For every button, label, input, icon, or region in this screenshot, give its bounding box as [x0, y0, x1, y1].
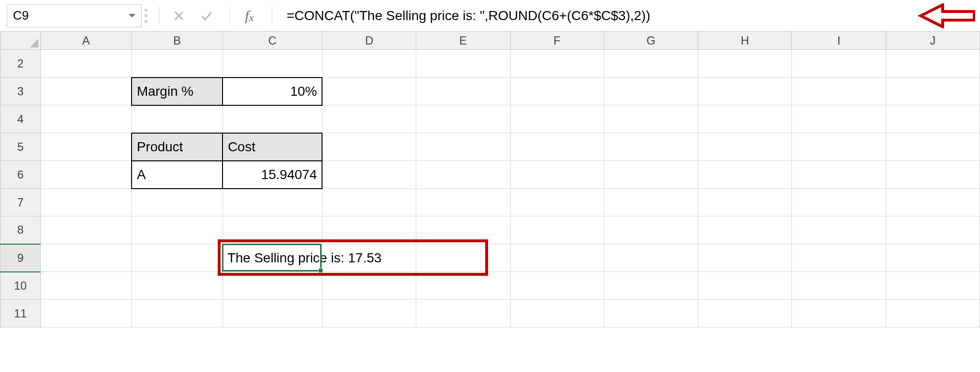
cell-A5[interactable] [41, 133, 132, 161]
cell-B8[interactable] [132, 216, 223, 244]
cell-C11[interactable] [223, 300, 322, 327]
cell-J3[interactable] [886, 78, 980, 105]
cell-D4[interactable] [322, 105, 416, 133]
col-header-F[interactable]: F [510, 32, 604, 50]
cell-J8[interactable] [886, 216, 980, 244]
cell-I4[interactable] [792, 105, 886, 133]
cell-A11[interactable] [41, 300, 132, 327]
cell-A2[interactable] [41, 50, 132, 78]
cell-C4[interactable] [223, 105, 322, 133]
cell-J7[interactable] [886, 189, 980, 216]
cell-G6[interactable] [604, 161, 698, 189]
cell-C8[interactable] [223, 216, 322, 244]
cell-B2[interactable] [132, 50, 223, 78]
cell-I6[interactable] [792, 161, 886, 189]
cell-E11[interactable] [416, 300, 510, 327]
col-header-G[interactable]: G [604, 32, 698, 50]
cell-H10[interactable] [698, 272, 792, 300]
cell-D8[interactable] [322, 216, 416, 244]
row-header-11[interactable]: 11 [0, 300, 41, 327]
cell-J4[interactable] [886, 105, 980, 133]
col-header-E[interactable]: E [416, 32, 510, 50]
cell-B4[interactable] [132, 105, 223, 133]
cell-B3[interactable]: Margin % [132, 78, 223, 105]
cell-J11[interactable] [886, 300, 980, 327]
cell-B11[interactable] [132, 300, 223, 327]
row-header-5[interactable]: 5 [0, 133, 41, 161]
cell-D10[interactable] [322, 272, 416, 300]
cell-I2[interactable] [792, 50, 886, 78]
row-header-8[interactable]: 8 [0, 216, 41, 244]
cell-D2[interactable] [322, 50, 416, 78]
cell-E10[interactable] [416, 272, 510, 300]
cell-A6[interactable] [41, 161, 132, 189]
col-header-B[interactable]: B [132, 32, 223, 50]
row-header-9[interactable]: 9 [0, 244, 41, 272]
cell-F11[interactable] [510, 300, 604, 327]
formula-input[interactable]: =CONCAT("The Selling price is: ",ROUND(C… [278, 4, 913, 27]
cell-J5[interactable] [886, 133, 980, 161]
cell-A10[interactable] [41, 272, 132, 300]
cell-D11[interactable] [322, 300, 416, 327]
cell-F9[interactable] [510, 244, 604, 272]
cell-A4[interactable] [41, 105, 132, 133]
row-header-10[interactable]: 10 [0, 272, 41, 300]
name-box-dropdown-icon[interactable] [129, 14, 135, 18]
cell-B7[interactable] [132, 189, 223, 216]
cell-I11[interactable] [792, 300, 886, 327]
cell-B6[interactable]: A [132, 161, 223, 189]
cell-C6[interactable]: 15.94074 [223, 161, 322, 189]
cell-B10[interactable] [132, 272, 223, 300]
cell-E4[interactable] [416, 105, 510, 133]
cell-G9[interactable] [604, 244, 698, 272]
cell-B5[interactable]: Product [132, 133, 223, 161]
cell-F8[interactable] [510, 216, 604, 244]
cell-C10[interactable] [223, 272, 322, 300]
cell-H6[interactable] [698, 161, 792, 189]
col-header-I[interactable]: I [792, 32, 886, 50]
insert-function-button[interactable]: fx [235, 6, 263, 26]
cell-I8[interactable] [792, 216, 886, 244]
cell-E5[interactable] [416, 133, 510, 161]
row-header-4[interactable]: 4 [0, 105, 41, 133]
cell-G7[interactable] [604, 189, 698, 216]
cell-C3[interactable]: 10% [223, 78, 322, 105]
cell-A7[interactable] [41, 189, 132, 216]
cancel-button[interactable] [165, 6, 193, 26]
cell-H5[interactable] [698, 133, 792, 161]
cell-C7[interactable] [223, 189, 322, 216]
row-header-7[interactable]: 7 [0, 189, 41, 216]
cell-A3[interactable] [41, 78, 132, 105]
cell-I9[interactable] [792, 244, 886, 272]
select-all-corner[interactable] [0, 32, 41, 50]
cell-I10[interactable] [792, 272, 886, 300]
cell-F6[interactable] [510, 161, 604, 189]
enter-button[interactable] [193, 6, 221, 26]
cell-A9[interactable] [41, 244, 132, 272]
cell-H9[interactable] [698, 244, 792, 272]
cell-D3[interactable] [322, 78, 416, 105]
cell-E7[interactable] [416, 189, 510, 216]
cell-F4[interactable] [510, 105, 604, 133]
cell-H8[interactable] [698, 216, 792, 244]
cell-J2[interactable] [886, 50, 980, 78]
cell-F10[interactable] [510, 272, 604, 300]
col-header-C[interactable]: C [223, 32, 322, 50]
row-header-6[interactable]: 6 [0, 161, 41, 189]
row-header-3[interactable]: 3 [0, 78, 41, 105]
cell-D7[interactable] [322, 189, 416, 216]
col-header-A[interactable]: A [41, 32, 132, 50]
name-box[interactable]: C9 [7, 4, 142, 27]
cell-G3[interactable] [604, 78, 698, 105]
cell-G5[interactable] [604, 133, 698, 161]
cell-G8[interactable] [604, 216, 698, 244]
cell-E6[interactable] [416, 161, 510, 189]
cell-H3[interactable] [698, 78, 792, 105]
cell-J9[interactable] [886, 244, 980, 272]
col-header-D[interactable]: D [322, 32, 416, 50]
cell-D5[interactable] [322, 133, 416, 161]
cell-B9[interactable] [132, 244, 223, 272]
cell-I3[interactable] [792, 78, 886, 105]
cell-A8[interactable] [41, 216, 132, 244]
cell-G2[interactable] [604, 50, 698, 78]
